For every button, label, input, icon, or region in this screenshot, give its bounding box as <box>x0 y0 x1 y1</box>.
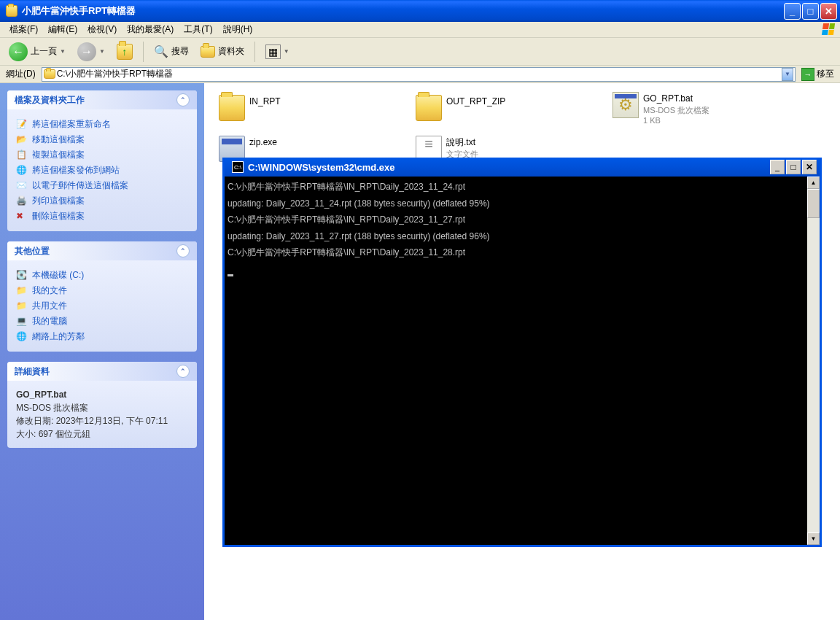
task-publish[interactable]: 🌐將這個檔案發佈到網站 <box>16 163 188 178</box>
details-filename: GO_RPT.bat <box>16 388 188 401</box>
back-label: 上一頁 <box>31 45 57 58</box>
folders-button[interactable]: 資料夾 <box>196 42 249 61</box>
file-name: IN_RPT <box>249 96 281 108</box>
scroll-track[interactable] <box>807 189 820 532</box>
file-item-folder[interactable]: IN_RPT <box>219 95 394 121</box>
chevron-up-icon[interactable]: ⌃ <box>176 93 190 106</box>
back-arrow-icon: ← <box>9 42 28 61</box>
menu-edit[interactable]: 編輯(E) <box>43 22 82 37</box>
tasks-panel-header[interactable]: 檔案及資料夾工作 ⌃ <box>7 90 197 109</box>
menu-help[interactable]: 說明(H) <box>218 22 258 37</box>
folders-icon <box>201 46 215 58</box>
scroll-down-button[interactable]: ▼ <box>807 532 820 545</box>
details-size: 大小: 697 個位元組 <box>16 427 188 441</box>
up-folder-button[interactable]: ↑ <box>112 41 137 63</box>
close-button[interactable]: ✕ <box>820 3 837 20</box>
email-icon: ✉️ <box>16 180 28 192</box>
cmd-line: updating: Daily_2023_11_24.rpt (188 byte… <box>228 198 490 209</box>
menu-tools[interactable]: 工具(T) <box>179 22 217 37</box>
cmd-maximize-button[interactable]: □ <box>786 160 801 174</box>
view-icon: ▦ <box>265 44 281 59</box>
address-dropdown-button[interactable]: ▼ <box>782 68 793 81</box>
scroll-thumb[interactable] <box>807 189 820 218</box>
forward-button[interactable]: → ▼ <box>73 39 109 64</box>
cmd-window[interactable]: C:\ C:\WINDOWS\system32\cmd.exe _ □ ✕ C:… <box>222 158 822 547</box>
task-rename[interactable]: 📝將這個檔案重新命名 <box>16 117 188 132</box>
cmd-close-button[interactable]: ✕ <box>802 160 817 174</box>
folder-icon: 📁 <box>16 301 28 312</box>
menu-favorites[interactable]: 我的最愛(A) <box>122 22 179 37</box>
place-network[interactable]: 🌐網路上的芳鄰 <box>16 329 188 344</box>
task-copy[interactable]: 📋複製這個檔案 <box>16 147 188 163</box>
address-folder-icon <box>44 69 55 79</box>
window-title: 小肥牛當沖快手RPT轉檔器 <box>22 4 782 18</box>
copy-icon: 📋 <box>16 150 28 161</box>
go-button[interactable]: → 移至 <box>798 68 837 81</box>
details-header-label: 詳細資料 <box>15 365 50 378</box>
address-path: C:\小肥牛當沖快手RPT轉檔器 <box>55 68 782 80</box>
folder-icon <box>219 95 245 121</box>
cmd-icon: C:\ <box>232 161 244 173</box>
file-item-bat[interactable]: GO_RPT.bat MS-DOS 批次檔案 1 KB <box>612 92 788 125</box>
place-drive[interactable]: 💽本機磁碟 (C:) <box>16 268 188 283</box>
search-icon: 🔍 <box>154 44 168 58</box>
sidebar: 檔案及資料夾工作 ⌃ 📝將這個檔案重新命名 📂移動這個檔案 📋複製這個檔案 🌐將… <box>0 83 204 620</box>
chevron-up-icon[interactable]: ⌃ <box>176 365 190 378</box>
folders-label: 資料夾 <box>218 45 244 58</box>
details-panel-body: GO_RPT.bat MS-DOS 批次檔案 修改日期: 2023年12月13日… <box>7 381 197 448</box>
folder-icon <box>416 95 442 121</box>
file-type: MS-DOS 批次檔案 <box>643 105 709 115</box>
cmd-line: C:\小肥牛當沖快手RPT轉檔器\IN_RPT\Daily_2023_11_24… <box>228 182 465 192</box>
file-size: 1 KB <box>643 115 709 125</box>
task-print[interactable]: 🖨️列印這個檔案 <box>16 193 188 209</box>
print-icon: 🖨️ <box>16 195 28 207</box>
place-mycomputer[interactable]: 💻我的電腦 <box>16 314 188 329</box>
cmd-line: updating: Daily_2023_11_27.rpt (188 byte… <box>228 231 490 241</box>
menu-view[interactable]: 檢視(V) <box>82 22 122 37</box>
move-icon: 📂 <box>16 134 28 146</box>
place-shared[interactable]: 📁共用文件 <box>16 298 188 314</box>
view-mode-button[interactable]: ▦ ▼ <box>261 42 294 62</box>
task-delete[interactable]: ✖刪除這個檔案 <box>16 209 188 224</box>
tasks-panel-body: 📝將這個檔案重新命名 📂移動這個檔案 📋複製這個檔案 🌐將這個檔案發佈到網站 ✉… <box>7 109 197 231</box>
go-label: 移至 <box>817 68 834 80</box>
view-dropdown-icon[interactable]: ▼ <box>284 48 289 55</box>
windows-logo-icon <box>822 23 836 36</box>
details-modified: 修改日期: 2023年12月13日, 下午 07:11 <box>16 414 188 427</box>
address-label: 網址(D) <box>3 68 39 80</box>
maximize-button[interactable]: □ <box>802 3 819 20</box>
drive-icon: 💽 <box>16 270 28 282</box>
details-panel-header[interactable]: 詳細資料 ⌃ <box>7 362 197 381</box>
address-bar: 網址(D) C:\小肥牛當沖快手RPT轉檔器 ▼ → 移至 <box>0 66 840 83</box>
file-name: OUT_RPT_ZIP <box>446 96 505 108</box>
places-panel-header[interactable]: 其他位置 ⌃ <box>7 241 197 260</box>
back-button[interactable]: ← 上一頁 ▼ <box>4 39 70 64</box>
toolbar: ← 上一頁 ▼ → ▼ ↑ 🔍 搜尋 資料夾 ▦ ▼ <box>0 38 840 66</box>
place-mydocs[interactable]: 📁我的文件 <box>16 283 188 298</box>
back-dropdown-icon[interactable]: ▼ <box>60 48 66 55</box>
batch-file-icon <box>612 92 639 118</box>
minimize-button[interactable]: _ <box>784 3 801 20</box>
delete-icon: ✖ <box>16 211 28 222</box>
toolbar-separator-2 <box>254 42 255 62</box>
places-panel-body: 💽本機磁碟 (C:) 📁我的文件 📁共用文件 💻我的電腦 🌐網路上的芳鄰 <box>7 260 197 352</box>
cmd-output[interactable]: C:\小肥牛當沖快手RPT轉檔器\IN_RPT\Daily_2023_11_24… <box>225 177 807 545</box>
task-email[interactable]: ✉️以電子郵件傳送這個檔案 <box>16 178 188 193</box>
forward-dropdown-icon[interactable]: ▼ <box>99 48 105 55</box>
scroll-up-button[interactable]: ▲ <box>807 177 820 189</box>
task-move[interactable]: 📂移動這個檔案 <box>16 132 188 147</box>
cmd-scrollbar[interactable]: ▲ ▼ <box>807 177 820 545</box>
details-panel: 詳細資料 ⌃ GO_RPT.bat MS-DOS 批次檔案 修改日期: 2023… <box>7 362 197 448</box>
search-button[interactable]: 🔍 搜尋 <box>149 42 193 61</box>
tasks-header-label: 檔案及資料夾工作 <box>15 94 85 106</box>
file-item-folder[interactable]: OUT_RPT_ZIP <box>416 95 591 121</box>
rename-icon: 📝 <box>16 119 28 131</box>
cmd-minimize-button[interactable]: _ <box>770 160 785 174</box>
menubar: 檔案(F) 編輯(E) 檢視(V) 我的最愛(A) 工具(T) 說明(H) <box>0 22 840 38</box>
chevron-up-icon[interactable]: ⌃ <box>176 244 190 257</box>
menu-file[interactable]: 檔案(F) <box>4 22 43 37</box>
cmd-titlebar[interactable]: C:\ C:\WINDOWS\system32\cmd.exe _ □ ✕ <box>225 158 820 177</box>
go-arrow-icon: → <box>801 68 814 81</box>
address-input[interactable]: C:\小肥牛當沖快手RPT轉檔器 ▼ <box>42 67 796 82</box>
forward-arrow-icon: → <box>77 42 96 61</box>
